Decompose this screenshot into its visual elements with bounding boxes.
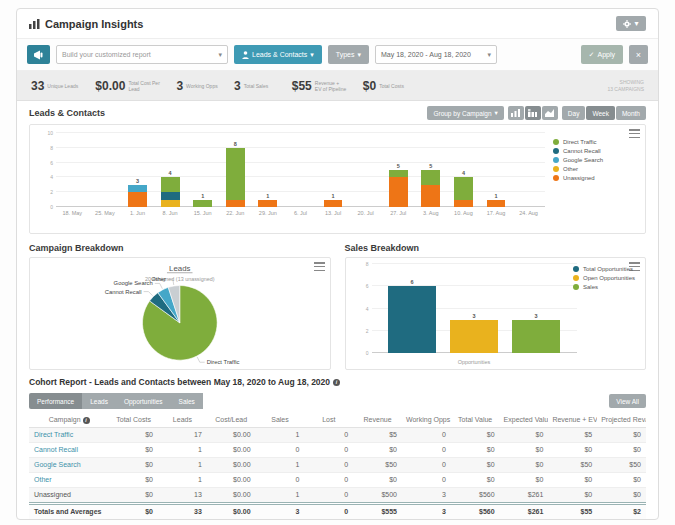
column-header-revenue-ev[interactable]: Revenue + EV	[548, 413, 597, 427]
bar-segment-unassigned[interactable]	[421, 185, 440, 207]
bar-stack[interactable]	[258, 200, 277, 207]
campaign-insights-panel: Campaign Insights ▾ Build your customize…	[16, 8, 659, 520]
column-header-lost[interactable]: Lost	[304, 413, 353, 427]
bar-stack[interactable]	[226, 148, 245, 207]
bar-segment-google-search[interactable]	[128, 185, 147, 192]
table-cell: 3	[402, 487, 451, 503]
view-all-button[interactable]: View All	[609, 394, 646, 408]
table-cell: $0	[548, 472, 597, 487]
legend-item-sales[interactable]: Sales	[573, 284, 635, 290]
campaign-link[interactable]: Cannot Recall	[29, 442, 109, 457]
legend-dot	[553, 148, 559, 154]
granularity-month-button[interactable]: Month	[616, 106, 646, 120]
stat-value: 3	[176, 79, 183, 93]
info-icon[interactable]: i	[333, 379, 340, 386]
bar-segment-unassigned[interactable]	[487, 200, 506, 207]
leads-contacts-chart-card: 0246810 18. May25. May31. Jun48. Jun115.…	[29, 124, 646, 234]
bar-segment-direct-traffic[interactable]	[226, 148, 245, 200]
stat-total-costs: $0Total Costs	[363, 79, 411, 93]
tab-leads[interactable]: Leads	[82, 393, 116, 409]
tab-performance[interactable]: Performance	[29, 393, 82, 409]
campaign-link[interactable]: Google Search	[29, 457, 109, 472]
announce-button[interactable]	[27, 45, 50, 64]
table-cell: 1	[256, 427, 305, 442]
bar-stack[interactable]	[389, 170, 408, 207]
info-icon[interactable]: i	[83, 417, 90, 424]
legend-item-other[interactable]: Other	[553, 166, 637, 172]
x-axis-category-label: 20. Jul	[358, 207, 374, 219]
tab-sales[interactable]: Sales	[171, 393, 203, 409]
column-header-total-costs[interactable]: Total Costs	[109, 413, 158, 427]
legend-item-open-opportunities[interactable]: Open Opportunities	[573, 275, 635, 281]
pie-label-google-search: Google Search	[114, 280, 153, 286]
legend-item-direct-traffic[interactable]: Direct Traffic	[553, 139, 637, 145]
totals-cell: $2	[597, 503, 646, 519]
column-header-revenue[interactable]: Revenue	[353, 413, 402, 427]
bar-slot: 527. Jul	[382, 133, 415, 219]
column-header-expected-value[interactable]: Expected Value	[500, 413, 549, 427]
chart-type-area-button[interactable]	[542, 106, 558, 120]
legend-item-unassigned[interactable]: Unassigned	[553, 175, 637, 181]
column-header-total-value[interactable]: Total Value	[451, 413, 500, 427]
table-cell: $5	[353, 427, 402, 442]
bar-slot: 113. Jul	[317, 133, 350, 219]
types-dropdown[interactable]: Types ▾	[328, 45, 369, 64]
clear-filter-button[interactable]: ×	[629, 45, 648, 64]
bar-segment-direct-traffic[interactable]	[454, 177, 473, 199]
tab-opportunities[interactable]: Opportunities	[116, 393, 171, 409]
bar-stack[interactable]	[421, 170, 440, 207]
legend-item-cannot-recall[interactable]: Cannot Recall	[553, 148, 637, 154]
bar-stack[interactable]	[128, 185, 147, 207]
column-header-projected-rev-lead[interactable]: Projected Rev/Lead	[597, 413, 646, 427]
stat-label: Total Cost Per Lead	[128, 80, 160, 92]
chart-type-stacked-button[interactable]	[525, 106, 541, 120]
bar-total-opportunities[interactable]	[388, 286, 436, 353]
group-by-campaign-dropdown[interactable]: Group by Campaign ▾	[427, 106, 503, 120]
chart-menu-icon[interactable]	[629, 129, 640, 138]
bar-segment-direct-traffic[interactable]	[193, 200, 212, 207]
bar-stack[interactable]	[454, 177, 473, 207]
bar-segment-direct-traffic[interactable]	[389, 170, 408, 177]
date-range-input[interactable]: May 18, 2020 - Aug 18, 2020 ▾	[375, 45, 497, 64]
stat-label: Total Sales	[244, 83, 276, 89]
settings-button[interactable]: ▾	[616, 16, 646, 31]
totals-cell: $0.00	[207, 503, 256, 519]
column-header-cost-lead[interactable]: Cost/Lead	[207, 413, 256, 427]
bar-stack[interactable]	[193, 200, 212, 207]
column-header-working-opps[interactable]: Working Opps	[402, 413, 451, 427]
column-header-sales[interactable]: Sales	[256, 413, 305, 427]
bar-segment-unassigned[interactable]	[226, 200, 245, 207]
column-header-leads[interactable]: Leads	[158, 413, 207, 427]
chart-menu-icon[interactable]	[314, 262, 325, 271]
bar-segment-unassigned[interactable]	[128, 192, 147, 207]
y-axis-tick: 8	[356, 261, 369, 267]
legend-label: Unassigned	[563, 175, 595, 181]
column-header-campaign[interactable]: Campaigni	[29, 413, 109, 427]
bar-stack[interactable]	[324, 200, 343, 207]
granularity-week-button[interactable]: Week	[586, 106, 615, 120]
bar-segment-unassigned[interactable]	[389, 177, 408, 207]
campaign-link[interactable]: Other	[29, 472, 109, 487]
bar-segment-unassigned[interactable]	[324, 200, 343, 207]
bar-sales[interactable]	[512, 320, 560, 353]
bar-segment-direct-traffic[interactable]	[161, 177, 180, 192]
bar-segment-unassigned[interactable]	[454, 200, 473, 207]
apply-button[interactable]: ✓ Apply	[581, 45, 623, 64]
legend-item-total-opportunities[interactable]: Total Opportunities	[573, 266, 635, 272]
bar-segment-other[interactable]	[161, 200, 180, 207]
bar-segment-cannot-recall[interactable]	[161, 192, 180, 199]
report-select[interactable]: Build your customized report ▾	[56, 45, 228, 64]
chart-type-column-button[interactable]	[508, 106, 524, 120]
bar-open-opportunities[interactable]	[450, 320, 498, 353]
bar-stack[interactable]	[161, 177, 180, 207]
legend-item-google-search[interactable]: Google Search	[553, 157, 637, 163]
campaign-link[interactable]: Direct Traffic	[29, 427, 109, 442]
bar-area: 3	[121, 133, 154, 207]
bar-segment-direct-traffic[interactable]	[421, 170, 440, 185]
granularity-day-button[interactable]: Day	[562, 106, 586, 120]
bar-segment-unassigned[interactable]	[258, 200, 277, 207]
leads-contacts-dropdown[interactable]: Leads & Contacts ▾	[234, 45, 322, 64]
bar-chart-icon	[29, 19, 40, 29]
bar-area: 8	[219, 133, 252, 207]
bar-stack[interactable]	[487, 200, 506, 207]
